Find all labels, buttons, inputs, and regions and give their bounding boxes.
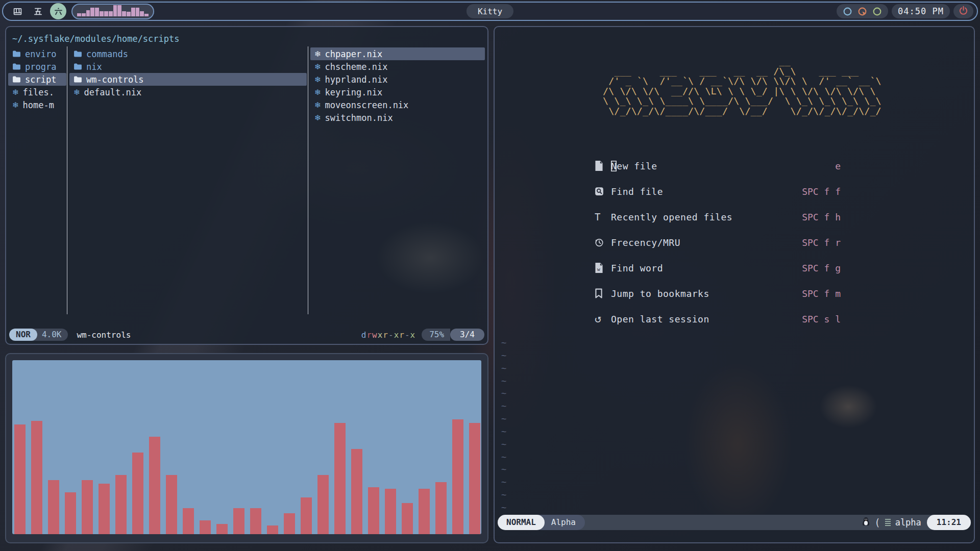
chart-bar — [334, 423, 346, 534]
permission-char: r — [383, 330, 388, 340]
neovim-statusline: NORMAL Alpha ( alpha 11:21 — [498, 515, 971, 530]
chart-bar — [250, 508, 261, 534]
filetype-segment: alpha — [895, 517, 921, 528]
directory-entry-script[interactable]: script — [8, 73, 66, 86]
menu-item-recently-opened-files[interactable]: TRecently opened filesSPC f h — [595, 204, 841, 230]
circle-blue-icon[interactable] — [843, 7, 852, 16]
system-tray — [837, 4, 888, 18]
entry-label: hyprland.nix — [325, 74, 388, 85]
menu-item-label: New file — [611, 161, 657, 171]
entry-label: commands — [86, 49, 128, 59]
directory-entry-nix[interactable]: nix — [69, 60, 307, 73]
chart-bar — [419, 489, 430, 534]
nix-icon: ❄ — [314, 62, 321, 71]
entry-label: enviro — [25, 49, 56, 59]
chart-bar — [435, 482, 447, 534]
folder-icon — [12, 50, 21, 58]
file-entry-keyring.nix[interactable]: ❄keyring.nix — [310, 86, 485, 98]
permission-char: - — [405, 330, 410, 340]
chart-bar — [48, 480, 59, 534]
file-entry-files.[interactable]: ❄files. — [8, 86, 66, 98]
file-entry-moveonscreen.nix[interactable]: ❄moveonscreen.nix — [310, 98, 485, 111]
nix-icon: ❄ — [314, 75, 321, 84]
entry-label: files. — [23, 87, 54, 97]
directory-entry-commands[interactable]: commands — [69, 47, 307, 60]
chart-bar — [385, 489, 396, 534]
menu-item-label: Find word — [611, 263, 663, 273]
menu-item-label: Recently opened files — [611, 212, 732, 222]
chart-bar — [301, 497, 312, 534]
directory-entry-wm-controls[interactable]: wm-controls — [69, 73, 307, 86]
nix-icon: ❄ — [314, 101, 321, 110]
chart-bar — [351, 449, 362, 534]
nix-icon: ❄ — [12, 88, 19, 97]
scroll-percent-badge: 75% — [422, 329, 450, 341]
menu-item-label: Open last session — [611, 314, 709, 324]
menu-item-new-file[interactable]: New filee — [595, 153, 841, 179]
directory-entry-enviro[interactable]: enviro — [8, 47, 66, 60]
file-entry-chscheme.nix[interactable]: ❄chscheme.nix — [310, 60, 485, 73]
power-button[interactable] — [953, 4, 973, 18]
text-cursor: N — [611, 161, 617, 171]
directory-entry-progra[interactable]: progra — [8, 60, 66, 73]
file-entry-home-m[interactable]: ❄home-m — [8, 98, 66, 111]
chart-bar — [14, 424, 26, 534]
file-lines-icon — [885, 519, 891, 526]
visualizer-bar — [104, 11, 108, 16]
chart-bar — [216, 524, 228, 534]
permission-char: w — [372, 330, 378, 340]
entry-label: default.nix — [84, 87, 142, 97]
menu-item-label: Jump to bookmarks — [611, 288, 709, 299]
nix-icon: ❄ — [12, 101, 19, 110]
menu-item-shortcut: SPC f m — [802, 288, 841, 299]
permission-char: x — [378, 330, 383, 340]
entry-label: chscheme.nix — [325, 62, 388, 72]
visualizer-bar — [127, 12, 131, 16]
file-entry-chpaper.nix[interactable]: ❄chpaper.nix — [310, 47, 485, 60]
menu-item-find-file[interactable]: Find fileSPC f f — [595, 179, 841, 204]
menu-item-shortcut: SPC f h — [802, 212, 841, 222]
chart-bar — [233, 508, 244, 534]
chart-bar — [82, 480, 93, 534]
entry-label: keyring.nix — [325, 87, 383, 97]
chart-bar — [149, 437, 160, 534]
menu-item-label: Find file — [611, 186, 663, 197]
clock-widget: 04:50 PM — [892, 4, 950, 18]
permission-char: r — [399, 330, 405, 340]
file-entry-hyprland.nix[interactable]: ❄hyprland.nix — [310, 73, 485, 86]
pie-orange-icon[interactable] — [857, 7, 867, 16]
menu-item-label: Frecency/MRU — [611, 237, 680, 248]
menu-item-shortcut: e — [835, 161, 841, 171]
selected-entry-name: wm-controls — [77, 330, 131, 340]
chart-bar — [267, 525, 278, 534]
visualizer-bar — [131, 8, 135, 16]
chart-bar — [31, 421, 42, 534]
workspace-button-2[interactable] — [30, 3, 46, 19]
current-path: ~/.sysflake/modules/home/scripts — [12, 34, 180, 44]
file-entry-default.nix[interactable]: ❄default.nix — [69, 86, 307, 98]
active-window-title[interactable]: Kitty — [467, 4, 513, 18]
session-icon: ↺ — [595, 313, 611, 324]
chart-bar — [166, 475, 177, 534]
entry-label: switchmon.nix — [325, 113, 393, 123]
circle-green-icon[interactable] — [872, 7, 882, 16]
power-icon — [959, 6, 968, 17]
chart-bar — [368, 487, 379, 534]
menu-item-jump-to-bookmarks[interactable]: Jump to bookmarksSPC f m — [595, 281, 841, 306]
visualizer-bar — [144, 14, 149, 16]
entry-label: wm-controls — [86, 74, 144, 85]
menu-item-frecency-mru[interactable]: Frecency/MRUSPC f r — [595, 230, 841, 255]
entry-label: script — [25, 74, 56, 85]
menu-item-find-word[interactable]: wFind wordSPC f g — [595, 255, 841, 281]
new-file-icon — [595, 161, 611, 171]
menu-item-open-last-session[interactable]: ↺Open last sessionSPC s l — [595, 306, 841, 332]
workspace-button-3-active[interactable] — [50, 3, 66, 19]
file-entry-switchmon.nix[interactable]: ❄switchmon.nix — [310, 111, 485, 124]
permission-char: d — [361, 330, 367, 340]
folder-icon — [74, 50, 82, 58]
chart-bar — [183, 508, 194, 534]
recent-files-icon: T — [595, 212, 611, 222]
permission-char: x — [410, 330, 416, 340]
visualizer-bar — [77, 13, 81, 16]
workspace-button-1[interactable] — [9, 3, 26, 19]
